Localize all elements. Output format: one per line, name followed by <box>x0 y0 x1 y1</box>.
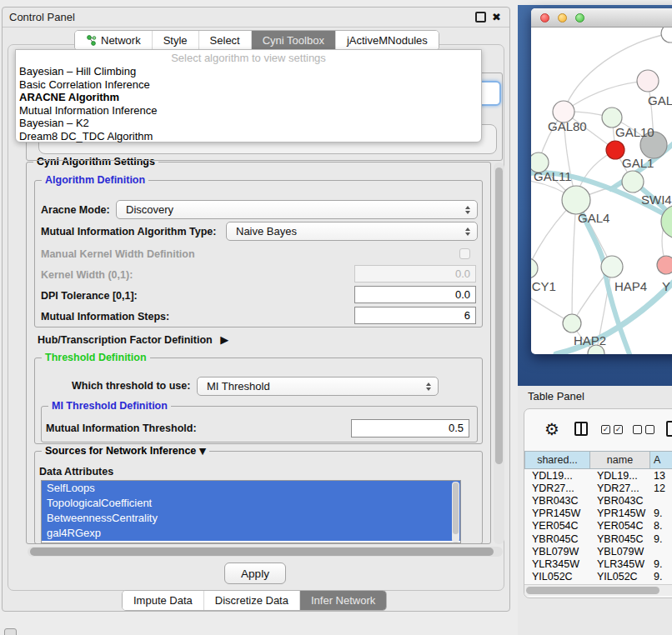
network-window-titlebar[interactable] <box>531 8 672 28</box>
deselect-checkbox-icon[interactable] <box>645 425 654 434</box>
node-gcy1[interactable] <box>531 258 538 278</box>
mi-steps-input[interactable]: 6 <box>354 307 476 324</box>
gear-icon[interactable]: ⚙ <box>544 419 559 439</box>
table-row[interactable]: YLR345W YLR345W 9. <box>524 558 672 570</box>
aracne-mode-label: Aracne Mode: <box>41 204 110 216</box>
float-window-icon[interactable] <box>475 12 486 22</box>
mi-algorithm-type-combo[interactable]: Naive Bayes <box>226 222 478 241</box>
cell-name: YER054C <box>589 520 649 532</box>
attribute-item-selected[interactable]: gal4RGexp <box>42 526 460 541</box>
cell-shared-name: YDL19... <box>524 470 589 482</box>
label-y-partial: Y <box>662 279 670 293</box>
table-row[interactable]: YBL079W YBL079W <box>524 545 672 558</box>
screen: { "colors":{ "selection_blue":"#4474d4",… <box>0 0 672 635</box>
dropdown-item-label: Dream8 DC_TDC Algorithm <box>19 130 153 142</box>
apply-button[interactable]: Apply <box>224 562 286 584</box>
attribute-item-selected[interactable]: TopologicalCoefficient <box>42 496 460 511</box>
algorithm-dropdown-popup: Select algorithm to view settings Bayesi… <box>15 49 482 142</box>
threshold-definition-title: Threshold Definition <box>42 352 150 363</box>
cell-name: YLR345W <box>589 558 649 570</box>
cell-value: 9. <box>649 558 672 570</box>
column-header-shared[interactable]: shared... <box>524 451 589 469</box>
node-unlabeled[interactable] <box>661 28 672 42</box>
network-graph-canvas[interactable]: GAL7 GAL80 GAL10 GAL1 GAL11 SWI4 GAL4 GC… <box>531 28 672 354</box>
cell-shared-name: YBL079W <box>524 546 589 558</box>
tab-cyni-toolbox[interactable]: Cyni Toolbox <box>252 31 336 50</box>
deselect-checkbox-icon[interactable] <box>633 425 642 434</box>
table-row[interactable]: YBR045C YBR045C 9. <box>524 532 672 545</box>
table-row[interactable]: YBR043C YBR043C <box>524 494 672 507</box>
table-row[interactable]: YPR145W YPR145W 9. <box>524 508 672 520</box>
dropdown-item[interactable]: Basic Correlation Inference <box>16 78 481 92</box>
close-traffic-light-icon[interactable] <box>540 13 549 22</box>
mi-threshold-input[interactable]: 0.5 <box>351 419 469 438</box>
aracne-mode-value: Discovery <box>126 203 173 216</box>
node-salmon[interactable] <box>657 256 672 274</box>
dpi-tolerance-input[interactable]: 0.0 <box>354 286 476 303</box>
node-hap2[interactable] <box>563 314 581 332</box>
tab-infer-network[interactable]: Infer Network <box>300 591 386 610</box>
dropdown-item-label: Bayesian – K2 <box>19 117 89 129</box>
node-hap4[interactable] <box>601 256 623 278</box>
tab-select-label: Select <box>210 34 240 47</box>
which-threshold-combo[interactable]: MI Threshold <box>197 377 439 396</box>
mi-steps-label: Mutual Information Steps: <box>41 311 169 322</box>
table-row[interactable]: YDR27... YDR27... 12 <box>524 482 672 494</box>
network-view-window: GAL7 GAL80 GAL10 GAL1 GAL11 SWI4 GAL4 GC… <box>531 8 672 354</box>
split-view-icon[interactable] <box>574 422 588 436</box>
document-icon[interactable] <box>666 421 672 437</box>
settings-horizontal-scrollbar[interactable] <box>28 547 503 557</box>
tab-jactivemnodules[interactable]: jActiveMNodules <box>336 31 439 50</box>
column-header-name[interactable]: name <box>589 451 649 469</box>
dropdown-item[interactable]: Bayesian – Hill Climbing <box>16 65 481 78</box>
manual-kernel-width-label: Manual Kernel Width Definition <box>41 248 195 260</box>
data-attributes-list[interactable]: SelfLoops TopologicalCoefficient Between… <box>41 480 461 543</box>
minimized-panel-icon[interactable] <box>4 628 17 635</box>
cell-name: YBR045C <box>589 533 649 545</box>
dropdown-item[interactable]: Dream8 DC_TDC Algorithm <box>16 130 481 143</box>
label-gal80: GAL80 <box>548 119 587 133</box>
select-all-checkbox-icon[interactable]: ✓ <box>614 425 623 434</box>
table-horizontal-scrollbar[interactable] <box>524 584 672 596</box>
tab-cyni-toolbox-label: Cyni Toolbox <box>263 34 324 47</box>
table-row[interactable]: YDL19... YDL19... 13 <box>524 469 672 482</box>
node-gal4[interactable] <box>562 186 590 214</box>
hub-definition-toggle[interactable]: Hub/Transcription Factor Definition ▶ <box>38 333 228 346</box>
kernel-width-input[interactable]: 0.0 <box>354 265 476 282</box>
dropdown-item[interactable]: ARACNE Algorithm <box>16 91 481 104</box>
tab-select[interactable]: Select <box>199 31 252 50</box>
settings-vertical-scrollbar[interactable] <box>494 162 504 544</box>
tab-impute-data[interactable]: Impute Data <box>123 591 204 610</box>
mi-threshold-label: Mutual Information Threshold: <box>46 422 197 434</box>
tab-discretize-data-label: Discretize Data <box>215 594 288 607</box>
tab-network[interactable]: Network <box>75 31 153 50</box>
attribute-list-scrollbar[interactable] <box>452 482 459 542</box>
label-hap4: HAP4 <box>614 279 647 293</box>
attribute-item-selected[interactable]: BetweennessCentrality <box>42 511 460 526</box>
table-panel-section: Table Panel ⚙ ✓ ✓ shared... name A YD <box>518 386 672 635</box>
manual-kernel-width-checkbox[interactable] <box>459 248 470 259</box>
tab-style[interactable]: Style <box>153 31 199 50</box>
close-icon[interactable]: ✖ <box>492 13 501 22</box>
column-header-partial[interactable]: A <box>649 451 672 469</box>
label-gal11: GAL11 <box>534 169 572 183</box>
minimize-traffic-light-icon[interactable] <box>558 13 567 22</box>
cell-value: 13 <box>649 470 672 482</box>
aracne-mode-combo[interactable]: Discovery <box>116 200 478 219</box>
table-row[interactable]: YIL052C YIL052C 9. <box>524 571 672 583</box>
attribute-item-selected[interactable]: SelfLoops <box>42 481 460 496</box>
sources-group-title[interactable]: Sources for Network Inference ▼ <box>42 445 209 457</box>
dropdown-item[interactable]: Mutual Information Inference <box>16 104 481 118</box>
select-all-checkbox-icon[interactable]: ✓ <box>601 425 610 434</box>
table-row[interactable]: YER054C YER054C 8. <box>524 520 672 532</box>
node-gal1[interactable] <box>622 171 644 192</box>
dropdown-item[interactable]: Bayesian – K2 <box>16 117 481 130</box>
zoom-traffic-light-icon[interactable] <box>575 13 584 22</box>
node-gal7[interactable] <box>637 70 659 92</box>
cell-shared-name: YBR045C <box>524 533 589 545</box>
label-swi4: SWI4 <box>641 192 672 207</box>
cell-shared-name: YDR27... <box>524 482 589 494</box>
label-hap2: HAP2 <box>574 333 606 348</box>
which-threshold-value: MI Threshold <box>207 380 270 392</box>
tab-discretize-data[interactable]: Discretize Data <box>204 591 300 610</box>
